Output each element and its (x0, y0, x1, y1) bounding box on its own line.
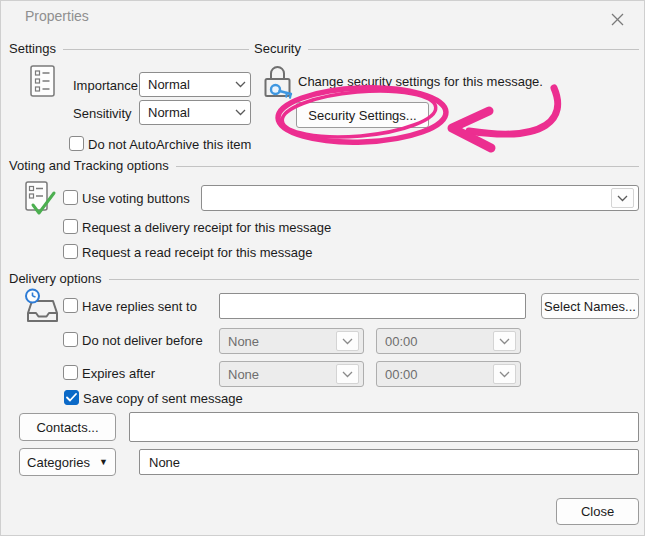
importance-label: Importance (73, 78, 138, 93)
deliver-date-value: None (228, 334, 336, 349)
delivery-section-header: Delivery options (9, 271, 639, 286)
replies-to-field[interactable] (219, 293, 526, 319)
voting-list-icon (25, 181, 57, 220)
have-replies-checkbox[interactable] (63, 298, 78, 313)
sensitivity-value: Normal (148, 105, 235, 120)
use-voting-checkbox[interactable] (63, 190, 78, 205)
have-replies-label: Have replies sent to (82, 299, 197, 314)
check-icon (66, 393, 77, 402)
delivery-inbox-icon (23, 288, 61, 329)
do-not-deliver-checkbox[interactable] (63, 332, 78, 347)
annotation-arrow-shaft (469, 88, 558, 134)
do-not-deliver-label: Do not deliver before (82, 333, 203, 348)
autoarchive-label: Do not AutoArchive this item (88, 137, 251, 152)
deliver-time-combo: 00:00 (376, 328, 521, 354)
expires-time-value: 00:00 (385, 367, 493, 382)
annotation-arrow-head (452, 111, 491, 148)
chevron-down-icon (499, 338, 510, 345)
categories-value: None (149, 455, 180, 470)
close-button-label: Close (581, 504, 614, 519)
chevron-down-icon (499, 371, 510, 378)
use-voting-label: Use voting buttons (82, 191, 190, 206)
importance-select[interactable]: Normal (139, 72, 251, 97)
security-settings-button[interactable]: Security Settings... (296, 102, 429, 128)
expires-after-checkbox[interactable] (63, 365, 78, 380)
combo-drop-button[interactable] (611, 188, 634, 208)
contacts-button-label: Contacts... (36, 420, 98, 435)
categories-button-label: Categories (27, 455, 90, 470)
chevron-down-icon (342, 371, 353, 378)
settings-header-label: Settings (9, 41, 56, 56)
read-receipt-checkbox[interactable] (63, 244, 78, 259)
combo-drop-button (493, 331, 516, 351)
combo-drop-button (493, 364, 516, 384)
chevron-down-icon (342, 338, 353, 345)
security-section-header: Security (254, 41, 639, 56)
lock-key-icon (261, 64, 295, 105)
close-icon[interactable] (607, 9, 627, 29)
categories-field[interactable]: None (139, 449, 639, 475)
security-header-label: Security (254, 41, 301, 56)
dropdown-triangle-icon: ▼ (99, 458, 108, 467)
security-settings-label: Security Settings... (308, 108, 416, 123)
expires-time-combo: 00:00 (376, 361, 521, 387)
save-copy-checkbox[interactable] (64, 390, 79, 405)
delivery-receipt-checkbox[interactable] (63, 219, 78, 234)
sensitivity-select[interactable]: Normal (139, 100, 251, 125)
expires-after-label: Expires after (82, 366, 155, 381)
dialog-title: Properties (25, 8, 89, 24)
delivery-receipt-label: Request a delivery receipt for this mess… (82, 220, 331, 235)
expires-date-value: None (228, 367, 336, 382)
x-glyph (611, 13, 624, 26)
deliver-date-combo: None (219, 328, 364, 354)
contacts-button[interactable]: Contacts... (19, 413, 116, 441)
importance-value: Normal (148, 77, 235, 92)
settings-section-header: Settings (9, 41, 249, 56)
contacts-field[interactable] (129, 412, 639, 442)
autoarchive-checkbox[interactable] (69, 136, 84, 151)
combo-drop-button (336, 364, 359, 384)
section-divider (63, 49, 249, 50)
save-copy-label: Save copy of sent message (83, 391, 243, 406)
delivery-header-label: Delivery options (9, 271, 102, 286)
deliver-time-value: 00:00 (385, 334, 493, 349)
voting-header-label: Voting and Tracking options (9, 158, 169, 173)
chevron-down-icon (235, 109, 246, 116)
properties-dialog: Properties Settings Security Voting and … (0, 0, 645, 536)
read-receipt-label: Request a read receipt for this message (82, 245, 313, 260)
chevron-down-icon (617, 195, 628, 202)
chevron-down-icon (235, 81, 246, 88)
sensitivity-label: Sensitivity (73, 106, 132, 121)
security-description: Change security settings for this messag… (298, 74, 543, 89)
section-divider (308, 49, 639, 50)
combo-drop-button (336, 331, 359, 351)
voting-section-header: Voting and Tracking options (9, 158, 639, 173)
categories-button[interactable]: Categories ▼ (19, 448, 116, 476)
expires-date-combo: None (219, 361, 364, 387)
select-names-label: Select Names... (544, 299, 636, 314)
section-divider (109, 279, 640, 280)
voting-buttons-combo[interactable] (201, 185, 639, 211)
settings-list-icon (30, 65, 55, 100)
select-names-button[interactable]: Select Names... (541, 293, 639, 319)
close-button[interactable]: Close (556, 498, 639, 525)
section-divider (176, 166, 639, 167)
